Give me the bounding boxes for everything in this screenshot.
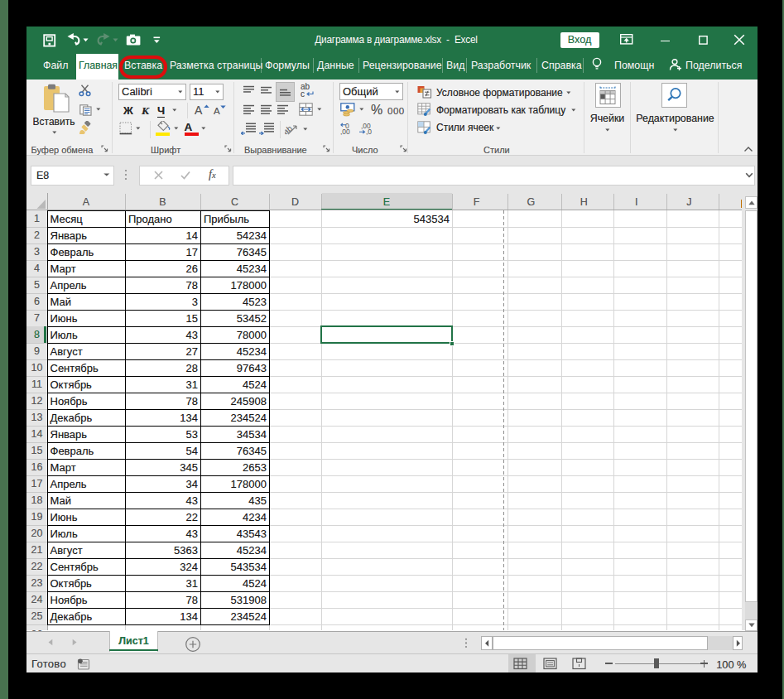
- svg-text:,0: ,0: [366, 128, 372, 135]
- svg-text:,00: ,00: [340, 128, 350, 135]
